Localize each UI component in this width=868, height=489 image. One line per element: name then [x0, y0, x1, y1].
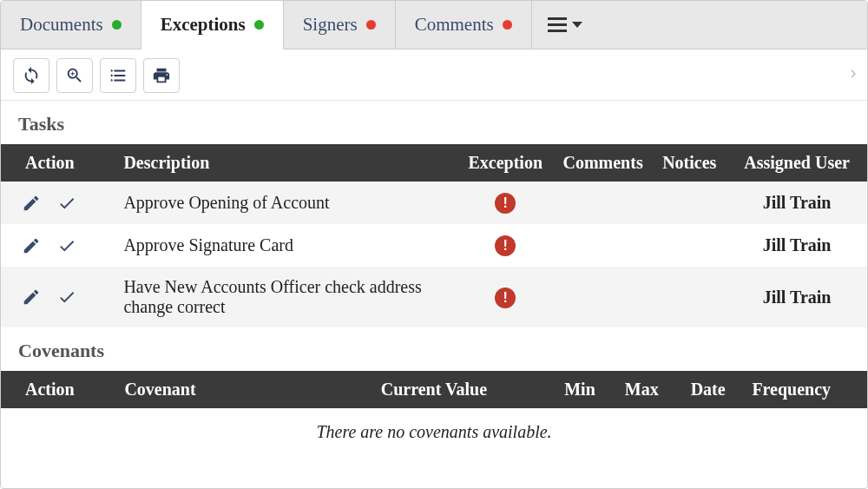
edit-icon[interactable]: [22, 194, 41, 213]
tab-bar: Documents Exceptions Signers Comments: [1, 1, 867, 50]
col-max: Max: [611, 371, 673, 408]
status-dot-icon: [366, 20, 376, 30]
col-description: Description: [115, 144, 457, 182]
task-assigned: Jill Train: [727, 267, 867, 327]
tab-label: Exceptions: [161, 14, 246, 36]
toolbar: [1, 50, 867, 101]
print-button[interactable]: [143, 58, 180, 93]
check-icon[interactable]: [56, 194, 77, 213]
task-description: Approve Signature Card: [115, 224, 457, 267]
covenants-table: Action Covenant Current Value Min Max Da…: [1, 371, 867, 408]
tasks-header-row: Action Description Exception Comments No…: [1, 144, 867, 182]
zoom-in-button[interactable]: [56, 58, 93, 93]
exception-badge-icon: !: [495, 193, 516, 214]
status-dot-icon: [254, 20, 264, 30]
exception-badge-icon: !: [495, 287, 516, 308]
task-comments: [554, 224, 652, 267]
task-description: Approve Opening of Account: [115, 182, 457, 224]
tasks-table: Action Description Exception Comments No…: [1, 144, 867, 327]
tab-label: Comments: [415, 14, 494, 36]
col-min: Min: [549, 371, 610, 408]
table-row: Have New Accounts Officer check address …: [1, 267, 867, 327]
task-notices: [652, 224, 727, 267]
exception-badge-icon: !: [495, 235, 516, 256]
tab-signers[interactable]: Signers: [284, 1, 396, 49]
list-view-button[interactable]: [100, 58, 136, 93]
svg-rect-2: [548, 30, 567, 32]
task-description: Have New Accounts Officer check address …: [115, 267, 457, 327]
table-row: Approve Opening of Account ! Jill Train: [1, 182, 867, 224]
col-comments: Comments: [554, 144, 652, 182]
col-action: Action: [1, 144, 115, 182]
col-action: Action: [1, 371, 115, 408]
print-icon: [152, 66, 171, 85]
covenants-empty-message: There are no covenants available.: [1, 408, 867, 456]
tab-documents[interactable]: Documents: [1, 1, 141, 49]
chevron-down-icon: [572, 22, 582, 28]
check-icon[interactable]: [56, 236, 77, 255]
status-dot-icon: [503, 20, 512, 30]
col-date: Date: [673, 371, 743, 408]
tasks-section-title: Tasks: [1, 101, 867, 144]
col-current: Current Value: [372, 371, 549, 408]
col-assigned: Assigned User: [727, 144, 867, 182]
refresh-icon: [22, 66, 41, 85]
svg-rect-0: [548, 17, 567, 20]
col-exception: Exception: [457, 144, 554, 182]
zoom-in-icon: [65, 66, 84, 85]
task-assigned: Jill Train: [727, 224, 867, 267]
task-notices: [652, 182, 727, 224]
status-dot-icon: [112, 20, 122, 30]
col-notices: Notices: [652, 144, 727, 182]
menu-icon: [548, 17, 567, 33]
col-covenant: Covenant: [115, 371, 372, 408]
list-icon: [108, 66, 128, 85]
edit-icon[interactable]: [22, 287, 41, 307]
expand-icon[interactable]: [850, 62, 858, 86]
tab-exceptions[interactable]: Exceptions: [141, 1, 284, 50]
col-frequency: Frequency: [743, 371, 867, 408]
svg-rect-1: [548, 23, 567, 26]
tab-label: Signers: [303, 14, 358, 36]
check-icon[interactable]: [56, 287, 77, 307]
edit-icon[interactable]: [22, 236, 41, 255]
task-comments: [554, 267, 652, 327]
covenants-section-title: Covenants: [1, 327, 867, 371]
tab-comments[interactable]: Comments: [396, 1, 532, 49]
table-row: Approve Signature Card ! Jill Train: [1, 224, 867, 267]
task-comments: [554, 182, 652, 224]
task-assigned: Jill Train: [727, 182, 867, 224]
covenants-header-row: Action Covenant Current Value Min Max Da…: [1, 371, 867, 408]
tab-menu-dropdown[interactable]: [532, 1, 598, 49]
refresh-button[interactable]: [13, 58, 49, 93]
tab-label: Documents: [20, 14, 103, 36]
task-notices: [652, 267, 727, 327]
